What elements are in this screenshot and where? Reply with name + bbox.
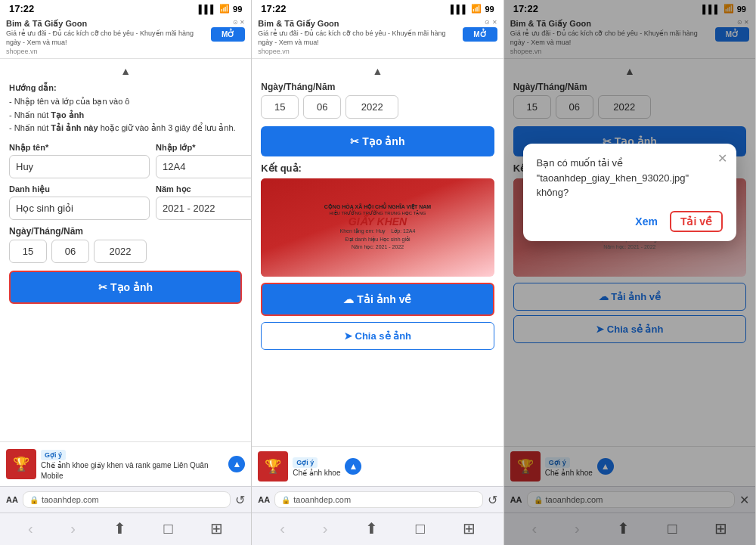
phone-panel-2: 17:22 ▌▌▌ 📶 99 Bim & Tã Giấy Goon Giá rẻ… xyxy=(252,0,503,545)
ad-right-2: ⊙ ✕ MỞ xyxy=(463,19,497,42)
ad-title-1: Bim & Tã Giấy Goon xyxy=(6,19,206,29)
bookmark-icon-1[interactable]: □ xyxy=(164,520,173,537)
ad-open-button-1[interactable]: MỞ xyxy=(211,27,245,42)
browser-url-2[interactable]: 🔒 taoanhdep.com xyxy=(274,491,482,508)
dialog-view-button-3[interactable]: Xem xyxy=(635,211,658,232)
share-button-2[interactable]: ➤ Chia sẻ ảnh xyxy=(261,322,494,350)
rec-content-1: Gợi ý Chế ảnh khoe giấy khen và rank gam… xyxy=(41,447,224,482)
url-text-1: taoanhdep.com xyxy=(42,495,99,504)
year-input-date-1[interactable] xyxy=(94,240,147,263)
ad-badge-1: ⊙ ✕ xyxy=(233,19,245,26)
cert-inner-2: CỘNG HÒA XÃ HỘI CHỦ NGHĨA VIỆT NAM HIỆU … xyxy=(261,178,494,277)
ad-desc-2: Giá rẻ ưu đãi - Đủ các kích cỡ cho bé yê… xyxy=(258,29,458,47)
wifi-icon-1: 📶 xyxy=(219,4,230,14)
day-input-2[interactable] xyxy=(261,95,299,119)
bookmark-icon-2[interactable]: □ xyxy=(416,520,425,537)
year-input-1[interactable] xyxy=(156,197,251,220)
status-bar-2: 17:22 ▌▌▌ 📶 99 xyxy=(252,0,503,16)
date-row-2 xyxy=(261,95,494,119)
signal-icon-1: ▌▌▌ xyxy=(199,5,216,14)
date-section-2: Ngày/Tháng/Năm xyxy=(261,82,494,119)
url-text-2: taoanhdep.com xyxy=(293,495,351,504)
cert-body-2: Khen tặng em: Huy Lớp: 12A4 Đạt danh hiệ… xyxy=(340,228,416,252)
back-icon-1[interactable]: ‹ xyxy=(28,520,33,537)
tabs-icon-2[interactable]: ⊞ xyxy=(463,519,476,537)
ad-open-button-2[interactable]: MỞ xyxy=(463,27,497,42)
dialog-close-button-3[interactable]: ✕ xyxy=(717,151,727,166)
instructions-step1-1: - Nhập tên và lớp của bạn vào ô xyxy=(9,95,242,109)
collapse-button-1[interactable]: ▲ xyxy=(120,65,131,77)
browser-aa-1[interactable]: AA xyxy=(6,495,18,504)
ad-content-1: Bim & Tã Giấy Goon Giá rẻ ưu đãi - Đủ cá… xyxy=(6,19,206,55)
title-input-1[interactable] xyxy=(9,197,150,220)
create-button-2[interactable]: ✂ Tạo ảnh xyxy=(261,126,494,156)
rec-arrow-2[interactable]: ▲ xyxy=(345,458,361,475)
reload-icon-1[interactable]: ↺ xyxy=(235,493,245,507)
year-input-date-2[interactable] xyxy=(345,95,398,119)
back-icon-2[interactable]: ‹ xyxy=(280,520,285,537)
rec-arrow-1[interactable]: ▲ xyxy=(228,456,245,472)
cert-heading-2: GIẤY KHEN xyxy=(349,215,407,228)
download-button-2[interactable]: ☁ Tải ảnh về xyxy=(261,283,494,316)
content-area-1: ▲ Hướng dẫn: - Nhập tên và lớp của bạn v… xyxy=(0,59,251,441)
rec-thumb-2: 🏆 xyxy=(258,451,288,482)
phone-panel-3: 17:22 ▌▌▌ 📶 99 Bim & Tã Giấy Goon Giá rẻ… xyxy=(504,0,756,545)
ad-title-2: Bim & Tã Giấy Goon xyxy=(258,19,458,29)
month-input-2[interactable] xyxy=(303,95,341,119)
title-label-1: Danh hiệu xyxy=(9,184,150,194)
lock-icon-2: 🔒 xyxy=(281,496,290,504)
month-input-1[interactable] xyxy=(51,240,89,263)
phone-panel-1: 17:22 ▌▌▌ 📶 99 Bim & Tã Giấy Goon Giá rẻ… xyxy=(0,0,252,545)
dialog-overlay-3: ✕ Bạn có muốn tải về "taoanhdep_giay_khe… xyxy=(504,0,755,545)
battery-icon-2: 99 xyxy=(485,5,494,14)
year-group-1: Năm học xyxy=(156,184,251,220)
rec-text-1: Chế ảnh khoe giấy khen và rank game Liên… xyxy=(41,460,224,482)
rec-text-2: Chế ảnh khoe xyxy=(293,468,340,478)
date-section-1: Ngày/Tháng/Năm xyxy=(9,226,242,263)
status-icons-2: ▌▌▌ 📶 99 xyxy=(451,4,494,14)
instructions-1: Hướng dẫn: - Nhập tên và lớp của bạn vào… xyxy=(9,82,242,135)
lock-icon-1: 🔒 xyxy=(29,496,39,504)
date-label-2: Ngày/Tháng/Năm xyxy=(261,82,494,92)
instructions-heading-1: Hướng dẫn: xyxy=(9,82,242,95)
ad-badge-2: ⊙ ✕ xyxy=(485,19,497,26)
collapse-row-1: ▲ xyxy=(9,65,242,77)
dialog-download-button-3[interactable]: Tải về xyxy=(670,211,723,232)
content-area-2: ▲ Ngày/Tháng/Năm ✂ Tạo ảnh Kết quả: CỘNG… xyxy=(252,59,503,446)
year-label-1: Năm học xyxy=(156,184,251,194)
name-input-1[interactable] xyxy=(9,155,150,178)
day-input-1[interactable] xyxy=(9,240,47,263)
name-class-row-1: Nhập tên* Nhập lớp* xyxy=(9,143,242,178)
instructions-step3-1: - Nhấn nút Tải ảnh này hoặc giữ vào ảnh … xyxy=(9,122,242,135)
browser-url-1[interactable]: 🔒 taoanhdep.com xyxy=(23,491,231,508)
rec-bar-2: 🏆 Gợi ý Chế ảnh khoe ▲ xyxy=(252,446,503,486)
create-button-1[interactable]: ✂ Tạo ảnh xyxy=(9,271,242,304)
title-group-1: Danh hiệu xyxy=(9,184,150,220)
share-icon-1[interactable]: ⬆ xyxy=(113,519,126,537)
class-label-1: Nhập lớp* xyxy=(156,143,251,153)
date-row-1 xyxy=(9,240,242,263)
rec-content-2: Gợi ý Chế ảnh khoe xyxy=(293,454,340,478)
forward-icon-2[interactable]: › xyxy=(323,520,328,537)
collapse-row-2: ▲ xyxy=(261,65,494,77)
wifi-icon-2: 📶 xyxy=(471,4,482,14)
battery-icon-1: 99 xyxy=(233,5,242,14)
ad-desc-1: Giá rẻ ưu đãi - Đủ các kích cỡ cho bé yê… xyxy=(6,29,206,47)
forward-icon-1[interactable]: › xyxy=(70,520,76,537)
signal-icon-2: ▌▌▌ xyxy=(451,5,468,14)
share-icon-2[interactable]: ⬆ xyxy=(365,519,378,537)
rec-bar-1: 🏆 Gợi ý Chế ảnh khoe giấy khen và rank g… xyxy=(0,441,251,486)
reload-icon-2[interactable]: ↺ xyxy=(488,493,497,507)
name-group-1: Nhập tên* xyxy=(9,143,150,178)
browser-aa-2[interactable]: AA xyxy=(258,495,270,504)
rec-tag-1: Gợi ý xyxy=(41,450,66,460)
tabs-icon-1[interactable]: ⊞ xyxy=(210,519,223,537)
class-input-1[interactable] xyxy=(156,155,251,178)
collapse-button-2[interactable]: ▲ xyxy=(373,65,383,77)
browser-bar-2: AA 🔒 taoanhdep.com ↺ xyxy=(252,486,503,512)
status-time-1: 17:22 xyxy=(9,3,34,14)
rec-tag-2: Gợi ý xyxy=(293,457,318,468)
ad-content-2: Bim & Tã Giấy Goon Giá rẻ ưu đãi - Đủ cá… xyxy=(258,19,458,55)
ad-banner-1: Bim & Tã Giấy Goon Giá rẻ ưu đãi - Đủ cá… xyxy=(0,16,251,59)
date-label-1: Ngày/Tháng/Năm xyxy=(9,226,242,237)
